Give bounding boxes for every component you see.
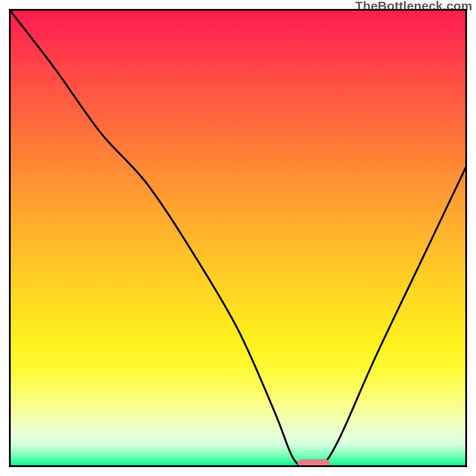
bottleneck-chart: TheBottleneck.com: [0, 0, 476, 476]
plot-area: [9, 9, 467, 467]
bottleneck-curve-path: [9, 9, 467, 467]
curve-layer: [9, 9, 467, 467]
optimal-marker: [298, 459, 330, 466]
